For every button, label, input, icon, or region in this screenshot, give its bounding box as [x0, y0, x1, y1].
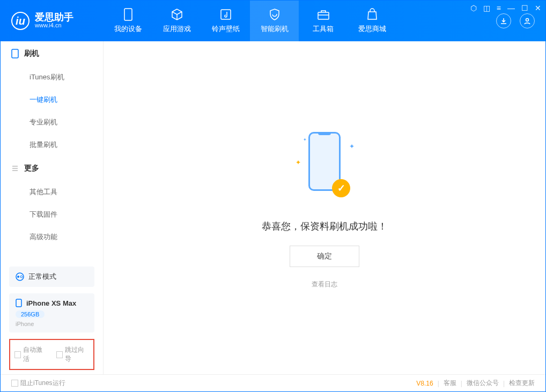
menu-icon[interactable]: ≡: [497, 4, 501, 12]
tshirt-icon[interactable]: ⬡: [470, 4, 477, 12]
device-icon: [11, 49, 19, 58]
header: iu 爱思助手 www.i4.cn 我的设备 应用游戏 铃声壁纸 智能刷机 工具…: [1, 1, 545, 41]
shield-refresh-icon: [268, 8, 281, 21]
device-type: iPhone: [16, 321, 88, 327]
checkbox-row: 自动激活 跳过向导: [9, 339, 94, 370]
window-controls: ⬡ ◫ ≡ — ☐ ✕: [470, 4, 541, 12]
sidebar-item-advanced[interactable]: 高级功能: [1, 226, 103, 248]
logo-area: iu 爱思助手 www.i4.cn: [1, 12, 104, 30]
body: 刷机 iTunes刷机 一键刷机 专业刷机 批量刷机 更多 其他工具 下载固件 …: [1, 41, 545, 374]
logo-icon: iu: [11, 12, 29, 30]
cube-icon: [171, 8, 183, 21]
footer: 阻止iTunes运行 V8.16 | 客服 | 微信公众号 | 检查更新: [1, 374, 545, 391]
checkbox-skip-guide[interactable]: 跳过向导: [56, 345, 90, 364]
sidebar-item-pro-flash[interactable]: 专业刷机: [1, 111, 103, 134]
svg-rect-0: [124, 9, 132, 20]
success-message: 恭喜您，保资料刷机成功啦！: [262, 220, 387, 233]
version-text: V8.16: [416, 380, 433, 387]
check-icon: ✓: [332, 179, 350, 197]
download-button[interactable]: [496, 13, 511, 28]
sidebar-item-oneclick-flash[interactable]: 一键刷机: [1, 88, 103, 111]
sidebar-group-flash: 刷机: [1, 41, 103, 66]
svg-rect-1: [221, 10, 231, 19]
header-right: [496, 13, 535, 28]
music-icon: [219, 8, 232, 21]
toolbox-icon: [317, 8, 330, 21]
footer-link-update[interactable]: 检查更新: [509, 379, 535, 388]
main-tabs: 我的设备 应用游戏 铃声壁纸 智能刷机 工具箱 爱思商城: [104, 1, 396, 41]
mode-icon: [16, 272, 24, 281]
svg-point-6: [17, 276, 19, 278]
ok-button[interactable]: 确定: [290, 246, 359, 267]
sidebar-group-more: 更多: [1, 156, 103, 181]
main-content: ✦ ✦ ✦ ✓ 恭喜您，保资料刷机成功啦！ 确定 查看日志: [104, 41, 545, 374]
close-button[interactable]: ✕: [535, 4, 541, 12]
sidebar-item-itunes-flash[interactable]: iTunes刷机: [1, 66, 103, 88]
user-button[interactable]: [520, 13, 535, 28]
tab-ringtones[interactable]: 铃声壁纸: [201, 1, 250, 41]
list-icon: [11, 165, 19, 172]
tab-my-device[interactable]: 我的设备: [104, 1, 152, 41]
mode-label: 正常模式: [28, 272, 56, 282]
footer-link-support[interactable]: 客服: [444, 379, 456, 388]
tab-store[interactable]: 爱思商城: [348, 1, 396, 41]
device-box[interactable]: iPhone XS Max 256GB iPhone: [9, 293, 94, 332]
svg-point-7: [20, 276, 23, 278]
device-name-text: iPhone XS Max: [26, 299, 76, 307]
success-illustration: ✦ ✦ ✦ ✓: [292, 127, 357, 207]
footer-link-wechat[interactable]: 微信公众号: [467, 379, 499, 388]
phone-icon: [122, 8, 135, 21]
bag-icon: [366, 8, 379, 21]
tab-toolbox[interactable]: 工具箱: [299, 1, 348, 41]
maximize-button[interactable]: ☐: [521, 4, 528, 12]
sidebar-item-batch-flash[interactable]: 批量刷机: [1, 134, 103, 156]
minimize-button[interactable]: —: [507, 4, 515, 12]
svg-point-3: [526, 19, 529, 21]
sidebar-item-other-tools[interactable]: 其他工具: [1, 181, 103, 203]
checkbox-auto-activate[interactable]: 自动激活: [14, 345, 48, 364]
mode-box[interactable]: 正常模式: [9, 267, 94, 287]
sidebar: 刷机 iTunes刷机 一键刷机 专业刷机 批量刷机 更多 其他工具 下载固件 …: [1, 41, 104, 374]
tab-apps-games[interactable]: 应用游戏: [152, 1, 201, 41]
lock-icon[interactable]: ◫: [483, 4, 490, 12]
app-name: 爱思助手: [35, 12, 73, 22]
tab-smart-flash[interactable]: 智能刷机: [250, 1, 299, 41]
sidebar-item-download-firmware[interactable]: 下载固件: [1, 203, 103, 226]
phone-small-icon: [16, 299, 22, 307]
app-url: www.i4.cn: [35, 22, 73, 29]
svg-rect-8: [16, 299, 21, 307]
checkbox-block-itunes[interactable]: 阻止iTunes运行: [11, 379, 65, 388]
svg-rect-2: [318, 12, 329, 19]
device-storage: 256GB: [16, 310, 45, 318]
view-log-link[interactable]: 查看日志: [312, 280, 337, 289]
svg-rect-4: [12, 49, 18, 58]
